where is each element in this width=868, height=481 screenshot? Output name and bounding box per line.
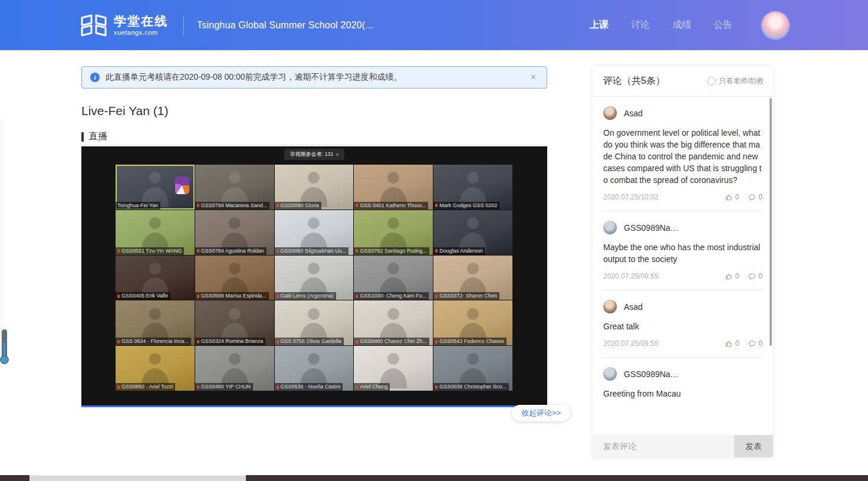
commenter-avatar bbox=[603, 300, 617, 313]
nav-item-announcements[interactable]: 公告 bbox=[714, 19, 732, 31]
video-tile[interactable]: Ariel Chang bbox=[354, 346, 433, 391]
comment-item: Asad Great talk 2020.07.25/09:55 0 0 bbox=[603, 300, 762, 358]
commenter-avatar bbox=[603, 106, 617, 120]
participant-name-label: Tsinghua-Fei Yan bbox=[116, 202, 160, 210]
submit-comment-button[interactable]: 发表 bbox=[734, 435, 773, 457]
video-tile[interactable]: GSS0038 Christopher Sco... bbox=[433, 346, 512, 391]
nav-item-discussion[interactable]: 讨论 bbox=[631, 19, 650, 31]
video-tile[interactable]: GSS0405 Erik Valle bbox=[116, 256, 195, 300]
teacher-only-filter[interactable]: 只看老师/助教 bbox=[707, 76, 764, 86]
video-tile[interactable]: Gabi Lenis (Argentina) bbox=[275, 256, 354, 300]
muted-mic-icon bbox=[435, 385, 438, 389]
like-button[interactable]: 0 bbox=[725, 339, 739, 348]
app: 学堂在线 xuetangx.com Tsinghua Global Summer… bbox=[0, 0, 868, 481]
video-tile[interactable]: GSS0782 Santiago Rodrig... bbox=[354, 210, 433, 255]
video-progress-bar[interactable] bbox=[81, 405, 547, 407]
participant-name-label: GSS0460 YIP CHUN bbox=[195, 383, 253, 391]
header-nav: 上课 讨论 成绩 公告 bbox=[590, 19, 732, 31]
comment-input[interactable]: 发表评论 bbox=[593, 435, 734, 457]
section-divider bbox=[81, 145, 547, 145]
participant-name-label: GSS0400 Chavez Chin Zh... bbox=[354, 338, 429, 345]
participant-name-label: GSS0850 - Ariel Tozzi bbox=[116, 383, 175, 391]
live-video-player[interactable]: 非视频参会者: 131 ∨ Tsinghua-Fei YanGSS0794 Ma… bbox=[81, 146, 547, 407]
video-tile[interactable]: Douglas Anderson bbox=[433, 210, 512, 255]
video-tile[interactable]: GSS0536 - Noelia Castro bbox=[275, 346, 354, 391]
participant-name-label: GSS0021 Tzu-Yin WANG bbox=[116, 247, 184, 255]
commenter-name: Asad bbox=[624, 302, 643, 312]
muted-mic-icon bbox=[117, 249, 120, 253]
horizontal-scrollbar-thumb[interactable] bbox=[29, 475, 246, 481]
participant-name-label: Mark Godges GSS 0202 bbox=[433, 202, 499, 210]
nav-item-class[interactable]: 上课 bbox=[590, 19, 609, 31]
video-tile[interactable]: GSS0060 Bilgtsaikhan Uu... bbox=[275, 210, 354, 255]
comment-item: GSS0989Na… Greeting from Macau bbox=[603, 367, 762, 416]
reply-button[interactable]: 0 bbox=[748, 339, 762, 348]
header-divider bbox=[183, 15, 184, 35]
video-tile[interactable]: GSS0021 Tzu-Yin WANG bbox=[116, 210, 195, 255]
reply-button[interactable]: 0 bbox=[748, 272, 762, 280]
comments-title: 评论（共5条） bbox=[603, 75, 665, 87]
comment-item: Asad On government level or political le… bbox=[603, 106, 762, 211]
like-button[interactable]: 0 bbox=[725, 272, 739, 280]
participant-name-label: GSS0090 Gloria bbox=[275, 202, 322, 210]
video-tile[interactable]: GSS0598 Marisa Espinda... bbox=[195, 256, 274, 300]
participant-name-label: GSS0060 Bilgtsaikhan Uu... bbox=[275, 247, 349, 255]
comment-bubble-icon bbox=[748, 340, 756, 348]
thermometer-knob[interactable] bbox=[0, 355, 9, 364]
horizontal-scrollbar bbox=[0, 475, 868, 481]
participant-name-label: GSS 0756 Olivia Gardella bbox=[275, 338, 344, 345]
comment-item: GSS0989Na… Maybe the one who has the mos… bbox=[603, 221, 762, 290]
comments-scrollbar-thumb[interactable] bbox=[770, 98, 772, 346]
section-label: 直播 bbox=[88, 130, 107, 143]
participant-video-grid: Tsinghua-Fei YanGSS0794 Macarena Sand...… bbox=[116, 165, 512, 391]
video-tile[interactable]: Tsinghua-Fei Yan bbox=[116, 165, 195, 210]
video-tile[interactable]: GSS0784 Agustina Roldan bbox=[195, 210, 274, 255]
muted-mic-icon bbox=[117, 385, 120, 389]
video-tile[interactable]: GSS0850 - Ariel Tozzi bbox=[116, 346, 195, 391]
comment-text: On government level or political level, … bbox=[603, 127, 762, 186]
thumbs-up-icon bbox=[725, 194, 733, 201]
video-tile[interactable]: GSS0794 Macarena Sand... bbox=[195, 165, 274, 210]
video-tile[interactable]: GSS 0756 Olivia Gardella bbox=[275, 300, 354, 345]
muted-mic-icon bbox=[356, 204, 358, 207]
comment-date: 2020.07.25/09:55 bbox=[603, 272, 658, 280]
video-tile[interactable]: GSS0324 Romina Brianza bbox=[195, 300, 274, 345]
video-tile[interactable]: GSS 0401 Katherin Thouv... bbox=[354, 165, 433, 210]
brand-name: 学堂在线 bbox=[114, 15, 168, 27]
comment-text: Greeting from Macau bbox=[603, 388, 762, 400]
reply-button[interactable]: 0 bbox=[748, 193, 762, 201]
video-tile[interactable]: GSS0372- Sharon Chen bbox=[433, 256, 512, 300]
video-tile[interactable]: GSS0460 YIP CHUN bbox=[195, 346, 274, 391]
video-tile[interactable]: GSS0090 Gloria bbox=[275, 165, 354, 210]
radio-icon[interactable] bbox=[707, 77, 716, 86]
nav-item-grades[interactable]: 成绩 bbox=[672, 19, 691, 31]
participant-name-label: Gabi Lenis (Argentina) bbox=[275, 292, 336, 300]
collapse-comments-button[interactable]: 收起评论>> bbox=[512, 405, 570, 421]
video-tile[interactable]: Mark Godges GSS 0202 bbox=[433, 165, 512, 210]
participant-name-label: GSS 0634 - Florencia Inca... bbox=[116, 338, 191, 345]
comment-list: Asad On government level or political le… bbox=[593, 97, 773, 435]
muted-mic-icon bbox=[277, 385, 279, 389]
participant-name-label: GSS0372- Sharon Chen bbox=[433, 292, 499, 300]
participant-name-label: GSS0794 Macarena Sand... bbox=[195, 202, 270, 210]
muted-mic-icon bbox=[435, 295, 438, 298]
video-tile[interactable]: GSS1030- Cheng Kam Fu... bbox=[354, 256, 433, 300]
muted-mic-icon bbox=[277, 340, 279, 343]
xuetangx-logo[interactable]: 学堂在线 xuetangx.com bbox=[80, 14, 168, 37]
participant-name-label: GSS0038 Christopher Sco... bbox=[433, 383, 509, 391]
thumbs-up-icon bbox=[725, 273, 733, 280]
thumbs-up-icon bbox=[725, 340, 733, 348]
video-tile[interactable]: GSS 0634 - Florencia Inca... bbox=[116, 300, 195, 345]
like-button[interactable]: 0 bbox=[725, 193, 739, 201]
brand-domain: xuetangx.com bbox=[114, 30, 168, 36]
participant-name-label: GSS1030- Cheng Kam Fu... bbox=[354, 292, 429, 300]
user-avatar[interactable] bbox=[762, 12, 789, 39]
live-section-header: 直播 bbox=[81, 130, 107, 143]
non-video-participants-pill[interactable]: 非视频参会者: 131 ∨ bbox=[284, 149, 344, 160]
thermometer-indicator[interactable] bbox=[2, 329, 7, 359]
video-tile[interactable]: GSS0400 Chavez Chin Zh... bbox=[354, 300, 433, 345]
close-icon[interactable]: × bbox=[528, 72, 538, 83]
open-book-logo-icon bbox=[80, 14, 108, 37]
page-title: Live-Fei Yan (1) bbox=[81, 104, 168, 118]
video-tile[interactable]: GSS0543 Federico Chaves bbox=[433, 300, 512, 345]
